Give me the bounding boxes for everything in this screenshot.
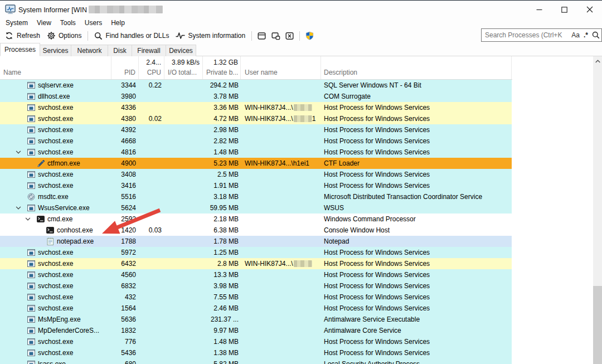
tab-processes[interactable]: Processes	[0, 43, 40, 56]
menu-help[interactable]: Help	[106, 18, 129, 28]
process-name-cell: MsMpEng.exe	[0, 314, 111, 325]
scrollbar-thumb[interactable]	[593, 286, 602, 364]
table-row[interactable]: WsusService.exe 5624 59.95 MB WSUS	[0, 202, 512, 213]
process-name: svchost.exe	[38, 124, 73, 135]
table-row[interactable]: svchost.exe 5972 1.25 MB Host Process fo…	[0, 247, 512, 258]
column-header-io-total[interactable]: 3.89 kB/s I/O total...	[164, 56, 203, 79]
table-row[interactable]: svchost.exe 4336 3.36 MB WIN-HIK87J4...\…	[0, 102, 512, 113]
process-icon	[27, 259, 36, 268]
io-cell	[164, 124, 203, 135]
table-row[interactable]: ctfmon.exe 4900 5.23 MB WIN-HIK87J4...\h…	[0, 158, 512, 169]
cpu-cell	[139, 236, 164, 247]
regex-toggle[interactable]: .*	[584, 31, 588, 39]
process-name: svchost.exe	[38, 113, 73, 124]
pid-cell: 1420	[111, 225, 139, 236]
column-header-private-bytes[interactable]: 1.32 GB Private b...	[203, 56, 241, 79]
chevron-up-icon	[595, 60, 600, 63]
search-input[interactable]	[482, 31, 571, 39]
vertical-scrollbar[interactable]	[593, 56, 602, 364]
tab-network[interactable]: Network	[71, 45, 108, 56]
io-cell	[164, 292, 203, 303]
table-row[interactable]: svchost.exe 4392 2.98 MB Host Process fo…	[0, 124, 512, 135]
table-row[interactable]: svchost.exe 4380 0.02 4.72 MB WIN-HIK87J…	[0, 113, 512, 124]
menu-system[interactable]: System	[1, 18, 32, 28]
process-name-cell: ctfmon.exe	[0, 158, 111, 169]
process-name: cmd.exe	[47, 213, 72, 225]
table-row[interactable]: svchost.exe 5436 1.38 MB Host Process fo…	[0, 347, 512, 358]
table-row[interactable]: notepad.exe 1788 1.78 MB Notepad	[0, 236, 512, 247]
minimize-button[interactable]	[527, 1, 552, 18]
column-header-cpu[interactable]: 2.4... CPU	[139, 56, 164, 79]
search-icon	[94, 32, 103, 40]
process-icon	[27, 315, 36, 324]
close-window-button[interactable]	[283, 29, 297, 42]
tab-devices[interactable]: Devices	[166, 45, 196, 56]
table-row[interactable]: svchost.exe 4816 1.48 MB Host Process fo…	[0, 147, 512, 158]
tab-disk[interactable]: Disk	[108, 45, 132, 56]
cpu-cell	[139, 314, 164, 325]
table-row[interactable]: MsMpEng.exe 5636 231.37 ... Antimalware …	[0, 314, 512, 325]
process-icon	[27, 170, 36, 179]
menu-bar: System View Tools Users Help	[0, 18, 602, 28]
table-row[interactable]: svchost.exe 3416 1.91 MB Host Process fo…	[0, 180, 512, 191]
table-row[interactable]: svchost.exe 432 7.55 MB Host Process for…	[0, 292, 512, 303]
refresh-button[interactable]: Refresh	[1, 29, 43, 42]
description-cell: Host Process for Windows Services	[321, 269, 512, 280]
maximize-button[interactable]	[552, 1, 577, 18]
process-icon	[27, 203, 36, 212]
menu-tools[interactable]: Tools	[56, 18, 80, 28]
column-header-name[interactable]: Name	[0, 56, 111, 79]
expander-chevron-icon[interactable]	[25, 216, 31, 222]
table-row[interactable]: svchost.exe 4668 2.82 MB Host Process fo…	[0, 135, 512, 147]
table-row[interactable]: svchost.exe 6832 3.98 MB Host Process fo…	[0, 280, 512, 292]
tab-firewall[interactable]: Firewall	[132, 45, 166, 56]
cpu-cell	[139, 158, 164, 169]
process-name: conhost.exe	[57, 225, 93, 236]
uac-shield-button[interactable]	[303, 29, 317, 42]
close-button[interactable]	[577, 1, 602, 18]
match-case-toggle[interactable]: Aa	[571, 31, 580, 39]
find-handles-button[interactable]: Find handles or DLLs	[91, 29, 172, 42]
process-icon	[27, 137, 36, 145]
process-icon	[27, 270, 36, 279]
table-row[interactable]: dllhost.exe 3980 3.78 MB COM Surrogate	[0, 91, 512, 102]
scroll-up-button[interactable]	[593, 56, 602, 66]
table-row[interactable]: svchost.exe 776 1.48 MB Host Process for…	[0, 336, 512, 347]
tab-services[interactable]: Services	[40, 45, 71, 56]
tree-indent	[0, 219, 9, 220]
io-cell	[164, 135, 203, 147]
table-row[interactable]: conhost.exe 1420 0.03 6.38 MB Console Wi…	[0, 225, 512, 236]
private-bytes-cell: 1.78 MB	[203, 236, 241, 247]
process-icon	[27, 103, 36, 112]
user-name-cell	[241, 124, 321, 135]
expander-chevron-icon[interactable]	[16, 205, 21, 211]
column-header-user-name[interactable]: User name	[241, 56, 321, 79]
table-row[interactable]: cmd.exe 2592 2.18 MB Windows Command Pro…	[0, 213, 512, 225]
app-icon	[5, 4, 16, 14]
options-button[interactable]: Options	[43, 29, 85, 42]
io-cell	[164, 191, 203, 202]
search-magnifier-icon[interactable]	[592, 31, 600, 39]
system-information-button[interactable]: System information	[172, 29, 249, 42]
window-button[interactable]	[255, 29, 269, 42]
private-bytes-cell: 3.18 MB	[203, 191, 241, 202]
private-bytes-cell: 2.18 MB	[203, 213, 241, 225]
column-header-pid[interactable]: PID	[111, 56, 139, 79]
column-header-description[interactable]: Description	[321, 56, 512, 79]
table-row[interactable]: MpDefenderCoreS... 1832 9.97 MB Antimalw…	[0, 325, 512, 336]
pid-cell: 432	[111, 292, 139, 303]
table-row[interactable]: svchost.exe 3408 2.5 MB Host Process for…	[0, 169, 512, 180]
table-row[interactable]: svchost.exe 1564 2.46 MB Host Process fo…	[0, 303, 512, 314]
process-icon	[27, 337, 36, 346]
table-row[interactable]: msdtc.exe 5516 3.18 MB Microsoft Distrib…	[0, 191, 512, 202]
table-row[interactable]: svchost.exe 4560 13.3 MB Host Process fo…	[0, 269, 512, 280]
menu-view[interactable]: View	[32, 18, 56, 28]
menu-users[interactable]: Users	[80, 18, 106, 28]
table-row[interactable]: sqlservr.exe 3344 0.22 294.2 MB SQL Serv…	[0, 80, 512, 91]
table-row[interactable]: svchost.exe 6432 2.8 MB WIN-HIK87J4...\ …	[0, 258, 512, 269]
expander-chevron-icon[interactable]	[16, 149, 21, 155]
private-bytes-cell: 5.82 MB	[203, 358, 241, 364]
process-name: WsusService.exe	[38, 202, 90, 213]
table-row[interactable]: lsass.exe 680 5.82 MB Local Security Aut…	[0, 358, 512, 364]
new-window-button[interactable]	[269, 29, 283, 42]
